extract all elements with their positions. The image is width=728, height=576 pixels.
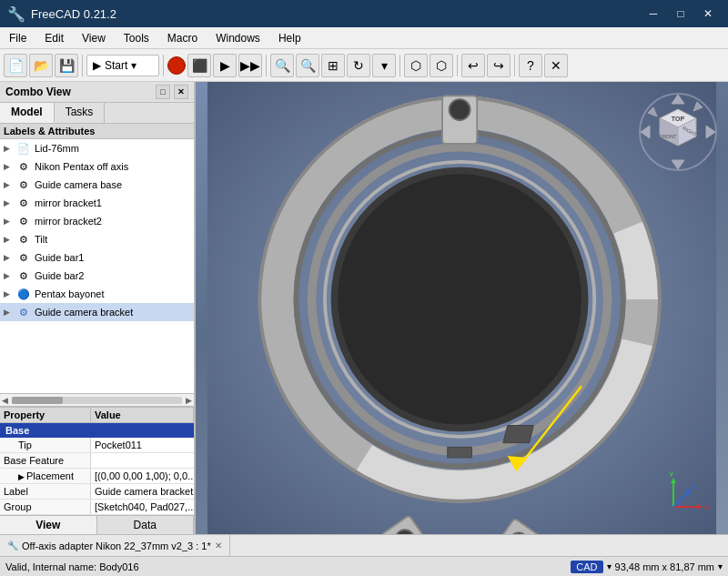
tree-item-nikon[interactable]: ▶ ⚙ Nikon Pentax off axis (0, 157, 194, 176)
props-row-label[interactable]: Label Guide camera bracket (0, 484, 194, 500)
navigation-cube[interactable]: TOP FRONT RIGHT (637, 91, 719, 173)
viewport-tab[interactable]: 🔧 Off-axis adapter Nikon 22_37mm v2_3 : … (0, 535, 230, 556)
open-button[interactable]: 📂 (29, 54, 53, 77)
props-col-value: Value (91, 408, 194, 422)
freecad-icon: 🔧 (7, 541, 18, 551)
props-section-base: Base (0, 423, 194, 438)
tree-item-icon: ⚙ (16, 268, 31, 283)
tree-item-icon: ⚙ (16, 305, 31, 319)
coords-dropdown[interactable]: ▾ (718, 561, 723, 571)
toolbar-sep3 (266, 55, 267, 76)
svg-marker-20 (672, 160, 684, 169)
redo-button[interactable]: ↪ (487, 54, 511, 77)
macro-record-button[interactable] (167, 56, 186, 75)
step-button[interactable]: ▶ (213, 54, 237, 77)
tree-item-guide-bracket[interactable]: ▶ ⚙ Guide camera bracket (0, 303, 194, 321)
tree-arrow: ▶ (4, 235, 15, 244)
svg-point-6 (338, 174, 581, 424)
save-button[interactable]: 💾 (55, 54, 78, 77)
tab-tasks[interactable]: Tasks (55, 103, 106, 123)
tree-arrow: ▶ (4, 253, 15, 262)
svg-marker-22 (706, 126, 715, 138)
workbench-label: Start (105, 59, 127, 72)
menu-edit[interactable]: Edit (35, 27, 73, 48)
tree-item-mirror1[interactable]: ▶ ⚙ mirror bracket1 (0, 194, 194, 212)
tab-view[interactable]: View (0, 516, 97, 534)
tree-item-label: Lid-76mm (35, 143, 79, 154)
viewport-tab-close[interactable]: ✕ (215, 541, 222, 551)
menu-help[interactable]: Help (269, 27, 310, 48)
props-row-placement[interactable]: ▶Placement [(0,00 0,00 1,00); 0,0... (0, 469, 194, 484)
tree-item-label: Guide camera bracket (35, 307, 133, 318)
stop-button[interactable]: ⬛ (187, 54, 211, 77)
maximize-button[interactable]: □ (668, 4, 693, 24)
tree-item-guidebar1[interactable]: ▶ ⚙ Guide bar1 (0, 248, 194, 267)
svg-marker-21 (641, 126, 650, 138)
zoom-out-button[interactable]: 🔍 (296, 54, 319, 77)
tree-arrow: ▶ (4, 289, 15, 298)
fit-all-button[interactable]: ⊞ (321, 54, 345, 77)
part-button[interactable]: ⬡ (430, 54, 453, 77)
menu-tools[interactable]: Tools (115, 27, 158, 48)
svg-text:Y: Y (669, 470, 674, 479)
tree-area[interactable]: Labels & Attributes ▶ 📄 Lid-76mm ▶ ⚙ Nik… (0, 124, 194, 393)
viewport[interactable]: TOP FRONT RIGHT X Y Z (196, 82, 728, 534)
prop-val-placement: [(0,00 0,00 1,00); 0,0... (91, 469, 194, 483)
scroll-arrow-right[interactable]: ▶ (186, 396, 192, 405)
app-icon: 🔧 (7, 5, 25, 23)
tree-arrow: ▶ (4, 217, 15, 226)
scroll-arrow-left[interactable]: ◀ (2, 396, 8, 405)
tree-item-lid[interactable]: ▶ 📄 Lid-76mm (0, 139, 194, 157)
new-button[interactable]: 📄 (4, 54, 27, 77)
dropdown-arrow-cad[interactable]: ▾ (607, 561, 612, 571)
svg-marker-23 (693, 102, 703, 111)
props-col-property: Property (0, 408, 91, 422)
viewport-tab-label: Off-axis adapter Nikon 22_37mm v2_3 : 1* (22, 541, 211, 551)
3d-view-button[interactable]: ⬡ (404, 54, 428, 77)
cad-badge[interactable]: CAD (571, 561, 602, 573)
close-button[interactable]: ✕ (695, 4, 721, 24)
tree-item-label: Tilt (35, 234, 47, 245)
menu-view[interactable]: View (73, 27, 115, 48)
svg-text:TOP: TOP (672, 116, 685, 122)
app-title: FreeCAD 0.21.2 (31, 7, 641, 21)
prop-val-label: Guide camera bracket (91, 484, 194, 499)
tree-item-guidebar2[interactable]: ▶ ⚙ Guide bar2 (0, 267, 194, 285)
menu-windows[interactable]: Windows (207, 27, 269, 48)
tree-item-icon: ⚙ (16, 177, 31, 192)
tree-arrow: ▶ (4, 308, 15, 317)
prop-name-basefeature: Base Feature (0, 453, 91, 468)
minimize-button[interactable]: ─ (641, 4, 666, 24)
play-button[interactable]: ▶▶ (238, 54, 262, 77)
props-row-group[interactable]: Group [Sketch040, Pad027,... (0, 500, 194, 515)
zoom-in-button[interactable]: 🔍 (270, 54, 294, 77)
menu-macro[interactable]: Macro (158, 27, 207, 48)
combo-view-title: Combo View (5, 86, 71, 98)
props-row-tip[interactable]: Tip Pocket011 (0, 438, 194, 453)
tree-item-pentax[interactable]: ▶ 🔵 Pentax bayonet (0, 285, 194, 303)
tree-item-label: Pentax bayonet (35, 288, 104, 299)
panel-undock-button[interactable]: □ (156, 85, 170, 99)
help-button[interactable]: ? (519, 54, 542, 77)
tree-item-guide-base[interactable]: ▶ ⚙ Guide camera base (0, 176, 194, 194)
tree-item-mirror2[interactable]: ▶ ⚙ mirror bracket2 (0, 212, 194, 230)
panel-close-button[interactable]: ✕ (174, 85, 188, 99)
close-toolbar-button[interactable]: ✕ (544, 54, 568, 77)
tree-hscroll[interactable]: ◀ ▶ (0, 393, 194, 406)
toolbar-sep6 (514, 55, 515, 76)
tree-item-tilt[interactable]: ▶ ⚙ Tilt (0, 230, 194, 248)
tab-data[interactable]: Data (97, 516, 195, 534)
menu-file[interactable]: File (0, 27, 35, 48)
view-menu-button[interactable]: ▾ (372, 54, 396, 77)
prop-name-tip: Tip (0, 438, 91, 452)
tree-item-label: Guide bar1 (35, 252, 84, 263)
undo-button[interactable]: ↩ (461, 54, 485, 77)
props-row-basefeature[interactable]: Base Feature (0, 453, 194, 469)
rotate-button[interactable]: ↻ (347, 54, 370, 77)
main-area: Combo View □ ✕ Model Tasks Labels & Attr… (0, 82, 728, 534)
workbench-selector[interactable]: ▶ Start ▾ (86, 55, 159, 76)
tab-model[interactable]: Model (0, 103, 55, 123)
tree-item-icon: ⚙ (16, 214, 31, 228)
props-header: Property Value (0, 408, 194, 423)
tree-item-icon: ⚙ (16, 196, 31, 210)
